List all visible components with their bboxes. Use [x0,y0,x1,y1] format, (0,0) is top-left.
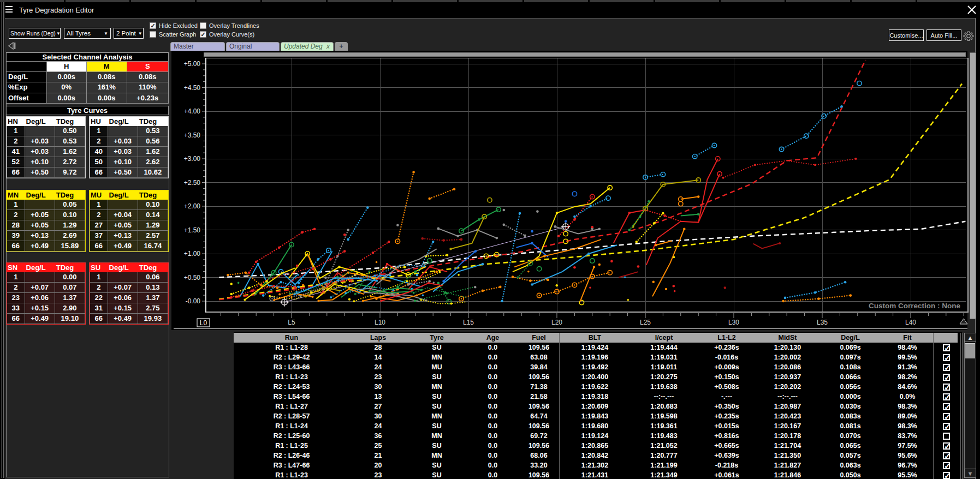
svg-text:L15: L15 [463,319,474,326]
svg-text:-0.00: -0.00 [186,297,201,305]
svg-text:L40: L40 [905,319,916,326]
svg-text:+2.50: +2.50 [184,179,201,187]
svg-text:L5: L5 [288,319,295,326]
svg-text:+4.50: +4.50 [184,84,201,92]
svg-text:+1.00: +1.00 [184,250,201,258]
svg-text:L35: L35 [817,319,828,326]
svg-text:+4.00: +4.00 [184,107,201,115]
svg-text:L20: L20 [551,319,562,326]
svg-text:+3.50: +3.50 [184,131,201,139]
svg-text:L10: L10 [375,319,385,326]
svg-text:L30: L30 [728,319,739,326]
svg-text:+0.50: +0.50 [184,274,201,282]
svg-text:+5.00: +5.00 [184,60,201,68]
svg-text:+2.00: +2.00 [184,202,201,210]
svg-text:+3.00: +3.00 [184,155,201,163]
svg-text:L25: L25 [640,319,651,326]
svg-text:L0: L0 [200,319,207,327]
svg-text:Custom Correction : None: Custom Correction : None [869,302,960,310]
svg-text:+1.50: +1.50 [184,226,201,234]
